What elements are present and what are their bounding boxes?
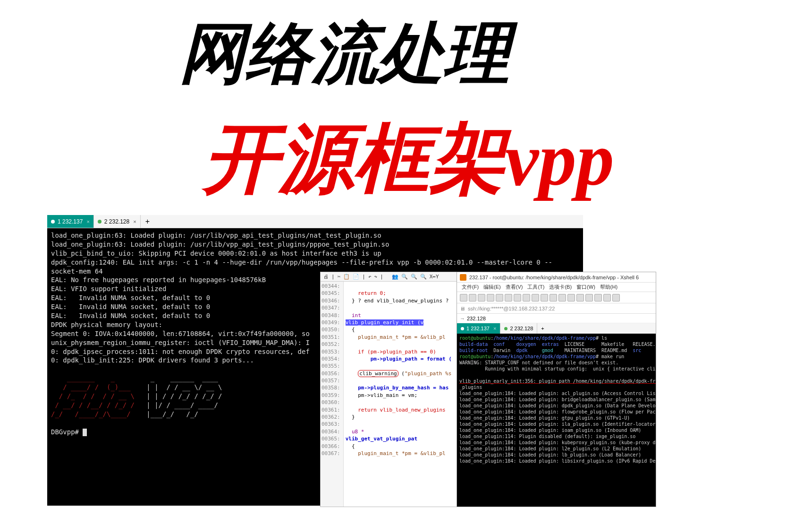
toolbar-button-icon[interactable] [487, 294, 494, 301]
menu-item[interactable]: 文件(F) [460, 283, 481, 292]
toolbar-button-icon[interactable] [585, 294, 593, 301]
title-red: 开源框架vpp [203, 109, 614, 211]
toolbar-icon[interactable]: ↶ [368, 274, 372, 280]
tab-label: 2 232.128 [104, 218, 129, 225]
menu-item[interactable]: 选项卡(B) [547, 283, 574, 292]
toolbar-button-icon[interactable] [514, 294, 521, 301]
xshell-menubar: 文件(F)编辑(E)查看(V)工具(T)选项卡(B)窗口(W)帮助(H) [457, 283, 656, 292]
connection-dot-icon [51, 220, 55, 224]
connection-dot-icon [98, 220, 102, 224]
session-list-item[interactable]: → 232.128 [457, 314, 656, 323]
xshell-title: 232.137 - root@ubuntu: /home/king/share/… [469, 275, 639, 280]
connection-dot-icon [461, 327, 464, 330]
toolbar-icon[interactable]: | [380, 274, 383, 280]
toolbar-button-icon[interactable] [505, 294, 512, 301]
toolbar-icon[interactable]: 👥 [392, 274, 398, 280]
title-black: 网络流处理 [179, 9, 510, 99]
toolbar-button-icon[interactable] [460, 294, 467, 301]
toolbar-button-icon[interactable] [496, 294, 503, 301]
menu-item[interactable]: 编辑(E) [482, 283, 503, 292]
tab-label: 1 232.137 [58, 218, 83, 225]
toolbar-button-icon[interactable] [469, 294, 476, 301]
terminal-tab-2[interactable]: 2 232.128 × [94, 215, 141, 228]
toolbar-button-icon[interactable] [612, 294, 620, 301]
toolbar-button-icon[interactable] [541, 294, 548, 301]
add-tab-button[interactable]: + [537, 324, 548, 333]
toolbar-icon[interactable]: 🖨 [323, 274, 329, 280]
session-label: 232.128 [467, 316, 486, 321]
line-number-gutter: 00344: 00345: 00346: 00347: 00348: 00349… [321, 282, 344, 507]
xshell-addressbar: 🖥 ssh://king:******@192.168.232.137:22 [457, 303, 656, 314]
toolbar-button-icon[interactable] [550, 294, 557, 301]
xshell-terminal-output[interactable]: root@ubuntu:/home/king/share/dpdk/dpdk-f… [457, 334, 656, 507]
toolbar-button-icon[interactable] [558, 294, 566, 301]
tab-close-icon[interactable]: × [86, 219, 89, 224]
xshell-toolbar [457, 292, 656, 303]
toolbar-button-icon[interactable] [594, 294, 602, 301]
tab-label: 1 232.137 [466, 326, 490, 331]
terminal-tab-bar: 1 232.137 × 2 232.128 × + [47, 215, 583, 228]
toolbar-icon[interactable]: ↷ [374, 274, 378, 280]
host-icon: 🖥 [460, 306, 465, 311]
toolbar-button-icon[interactable] [603, 294, 611, 301]
arrow-icon: → [460, 316, 465, 321]
toolbar-icon[interactable]: ✂ [338, 274, 341, 280]
toolbar-button-icon[interactable] [532, 294, 539, 301]
toolbar-icon[interactable]: 🔍 [420, 274, 427, 280]
xshell-tab-bar: 1 232.137 × 2 232.128 + [457, 323, 656, 334]
xshell-tab-2[interactable]: 2 232.128 [500, 323, 537, 334]
toolbar-icon[interactable]: 📋 [343, 274, 350, 280]
terminal-tab-1[interactable]: 1 232.137 × [47, 215, 94, 228]
toolbar-button-icon[interactable] [576, 294, 584, 301]
add-tab-button[interactable]: + [141, 215, 154, 228]
menu-item[interactable]: 工具(T) [525, 283, 546, 292]
menu-item[interactable]: 帮助(H) [598, 283, 619, 292]
toolbar-icon[interactable]: X↔Y [430, 274, 439, 280]
xshell-titlebar: 232.137 - root@ubuntu: /home/king/share/… [457, 272, 656, 283]
xshell-window: 232.137 - root@ubuntu: /home/king/share/… [457, 272, 656, 507]
xshell-logo-icon [460, 274, 466, 281]
toolbar-icon[interactable]: 📄 [353, 274, 359, 280]
menu-item[interactable]: 窗口(W) [575, 283, 597, 292]
toolbar-icon[interactable]: 🔍 [411, 274, 417, 280]
tab-close-icon[interactable]: × [133, 219, 136, 224]
xshell-tab-1[interactable]: 1 232.137 × [457, 323, 500, 334]
toolbar-button-icon[interactable] [567, 294, 575, 301]
tab-close-icon[interactable]: × [493, 326, 496, 331]
tab-label: 2 232.128 [510, 326, 533, 331]
toolbar-icon[interactable]: | [331, 274, 335, 280]
connection-dot-icon [504, 327, 507, 330]
address-text[interactable]: ssh://king:******@192.168.232.137:22 [468, 306, 555, 311]
toolbar-button-icon[interactable] [478, 294, 485, 301]
toolbar-button-icon[interactable] [523, 294, 530, 301]
toolbar-icon[interactable]: 🔍 [401, 274, 408, 280]
toolbar-icon[interactable]: | [362, 274, 365, 280]
menu-item[interactable]: 查看(V) [504, 283, 525, 292]
